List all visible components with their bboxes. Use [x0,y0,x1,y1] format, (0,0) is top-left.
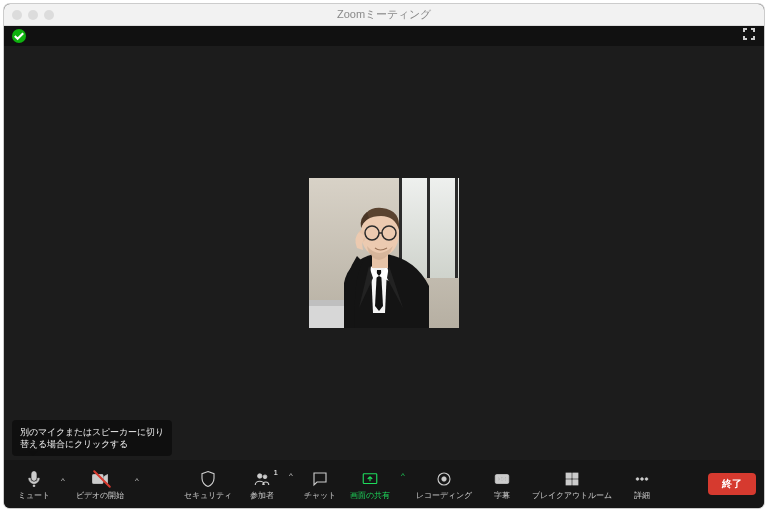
meeting-toolbar: ミュート ^ ビデオの開始 ^ セキュリテ [4,460,764,508]
microphone-icon [25,468,43,490]
svg-point-24 [636,477,639,480]
zoom-window: Zoomミーティング [4,4,764,508]
participant-avatar [309,178,459,328]
svg-point-17 [442,476,447,481]
record-button[interactable]: レコーディング [410,466,478,503]
cc-icon: CC [493,468,511,490]
participants-button[interactable]: 1 参加者 [240,466,284,503]
svg-rect-20 [566,473,571,478]
security-label: セキュリティ [184,490,232,501]
video-icon [91,468,109,490]
share-screen-icon [361,468,379,490]
record-label: レコーディング [416,490,472,501]
chat-label: チャット [304,490,336,501]
mute-button[interactable]: ミュート [12,466,56,503]
status-bar [4,26,764,46]
svg-rect-4 [455,178,458,278]
svg-point-14 [263,474,267,478]
chat-icon [311,468,329,490]
video-area: 別のマイクまたはスピーカーに切り 替える場合にクリックする [4,46,764,460]
more-icon [633,468,651,490]
cc-label: 字幕 [494,490,510,501]
svg-point-13 [258,473,263,478]
share-label: 画面の共有 [350,490,390,501]
more-label: 詳細 [634,490,650,501]
mute-label: ミュート [18,490,50,501]
participants-label: 参加者 [250,490,274,501]
cc-button[interactable]: CC 字幕 [480,466,524,503]
breakout-label: ブレイクアウトルーム [532,490,612,501]
participants-count: 1 [274,468,278,477]
svg-rect-22 [566,479,571,484]
share-options-caret[interactable]: ^ [398,471,408,498]
participants-options-caret[interactable]: ^ [286,471,296,498]
video-label: ビデオの開始 [76,490,124,501]
titlebar: Zoomミーティング [4,4,764,26]
breakout-rooms-button[interactable]: ブレイクアウトルーム [526,466,618,503]
svg-rect-21 [573,473,578,478]
chat-button[interactable]: チャット [298,466,342,503]
svg-text:CC: CC [498,476,506,482]
svg-rect-3 [427,178,430,278]
encryption-shield-icon[interactable] [12,29,26,43]
security-button[interactable]: セキュリティ [178,466,238,503]
svg-point-25 [641,477,644,480]
tooltip-line1: 別のマイクまたはスピーカーに切り [20,427,164,437]
fullscreen-icon[interactable] [742,27,756,45]
breakout-icon [563,468,581,490]
tooltip-line2: 替える場合にクリックする [20,439,128,449]
window-title: Zoomミーティング [4,7,764,22]
start-video-button[interactable]: ビデオの開始 [70,466,130,503]
shield-icon [199,468,217,490]
video-options-caret[interactable]: ^ [132,466,142,503]
record-icon [435,468,453,490]
end-meeting-button[interactable]: 終了 [708,473,756,495]
svg-rect-23 [573,479,578,484]
share-screen-button[interactable]: 画面の共有 [344,466,396,503]
end-label: 終了 [722,478,742,489]
svg-point-26 [645,477,648,480]
audio-switch-tooltip: 別のマイクまたはスピーカーに切り 替える場合にクリックする [12,420,172,456]
participants-icon [253,468,271,490]
more-button[interactable]: 詳細 [620,466,664,503]
audio-options-caret[interactable]: ^ [58,466,68,503]
